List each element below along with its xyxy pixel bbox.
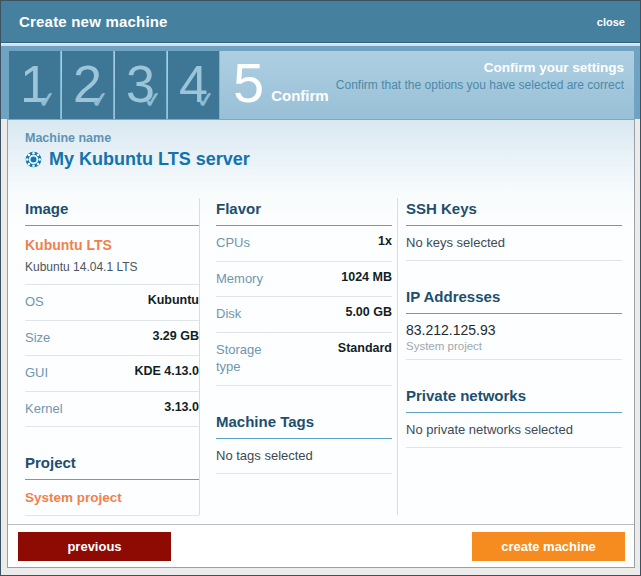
image-row-kernel: Kernel 3.13.0 xyxy=(25,392,199,428)
image-column: Image Kubuntu LTS Kubuntu 14.04.1 LTS OS… xyxy=(25,200,199,516)
row-value: 3.29 GB xyxy=(152,329,199,343)
active-step-number: 5 xyxy=(233,55,264,111)
project-section-title: Project xyxy=(25,454,199,480)
image-row-gui: GUI KDE 4.13.0 xyxy=(25,356,199,392)
confirm-panel: Machine name My Kubuntu LTS server Image… xyxy=(7,119,635,568)
ip-address-project: System project xyxy=(406,340,622,352)
row-value: 1x xyxy=(378,234,392,248)
machine-title-row: My Kubuntu LTS server xyxy=(25,149,250,170)
step-check-icon: ✓ xyxy=(196,87,216,113)
machine-name-label: Machine name xyxy=(25,131,111,145)
image-name: Kubuntu LTS xyxy=(25,237,199,253)
private-networks-section-title: Private networks xyxy=(406,387,622,413)
wizard-step-5-active: 5 Confirm xyxy=(233,51,329,119)
dialog-titlebar: Create new machine close xyxy=(1,1,640,43)
row-label: Storage type xyxy=(216,341,278,376)
row-value: 5.00 GB xyxy=(345,305,392,319)
previous-button[interactable]: previous xyxy=(18,532,171,561)
row-label: GUI xyxy=(25,364,48,382)
create-machine-dialog: Create new machine close 1 ✓ 2 ✓ 3 ✓ 4 ✓ xyxy=(0,0,641,576)
create-machine-button[interactable]: create machine xyxy=(472,532,625,561)
flavor-row-memory: Memory 1024 MB xyxy=(216,262,392,298)
row-value: 1024 MB xyxy=(341,270,392,284)
dialog-footer: previous create machine xyxy=(8,524,634,567)
ssh-keys-empty: No keys selected xyxy=(406,226,622,261)
row-label: CPUs xyxy=(216,234,250,252)
step-check-icon: ✓ xyxy=(143,87,163,113)
flavor-row-storage-type: Storage type Standard xyxy=(216,333,392,386)
flavor-row-cpus: CPUs 1x xyxy=(216,226,392,262)
row-label: Disk xyxy=(216,305,241,323)
wizard-step-4[interactable]: 4 ✓ xyxy=(168,51,220,119)
flavor-row-disk: Disk 5.00 GB xyxy=(216,297,392,333)
step-check-icon: ✓ xyxy=(37,87,57,113)
machine-tags-section-title: Machine Tags xyxy=(216,413,392,439)
network-column: SSH Keys No keys selected IP Addresses 8… xyxy=(406,200,622,448)
wizard-step-2[interactable]: 2 ✓ xyxy=(62,51,114,119)
kubuntu-logo-icon xyxy=(25,151,42,168)
machine-tags-empty: No tags selected xyxy=(216,439,392,474)
row-value: KDE 4.13.0 xyxy=(134,364,199,378)
close-button[interactable]: close xyxy=(597,16,625,28)
image-description: Kubuntu 14.04.1 LTS xyxy=(25,260,199,285)
wizard-step-3[interactable]: 3 ✓ xyxy=(115,51,167,119)
image-row-os: OS Kubuntu xyxy=(25,285,199,321)
step-subheading: Confirm that the options you have select… xyxy=(336,78,624,92)
image-section-title: Image xyxy=(25,200,199,226)
wizard-step-1[interactable]: 1 ✓ xyxy=(9,51,61,119)
row-label: Kernel xyxy=(25,400,63,418)
private-networks-empty: No private networks selected xyxy=(406,413,622,448)
active-step-label: Confirm xyxy=(271,87,329,104)
row-value: Kubuntu xyxy=(148,293,199,307)
column-divider xyxy=(397,198,398,515)
image-row-size: Size 3.29 GB xyxy=(25,321,199,357)
flavor-column: Flavor CPUs 1x Memory 1024 MB Disk 5.00 … xyxy=(216,200,392,474)
ssh-keys-section-title: SSH Keys xyxy=(406,200,622,226)
wizard-step-band: 1 ✓ 2 ✓ 3 ✓ 4 ✓ 5 Confirm Confirm your s… xyxy=(1,46,640,119)
step-check-icon: ✓ xyxy=(90,87,110,113)
project-value: System project xyxy=(25,480,199,516)
flavor-section-title: Flavor xyxy=(216,200,392,226)
ip-address-value: 83.212.125.93 xyxy=(406,322,622,338)
ip-addresses-section-title: IP Addresses xyxy=(406,288,622,314)
wizard-step-bar: 1 ✓ 2 ✓ 3 ✓ 4 ✓ 5 Confirm Confirm your s… xyxy=(9,51,634,119)
row-label: Size xyxy=(25,329,50,347)
row-label: Memory xyxy=(216,270,263,288)
row-label: OS xyxy=(25,293,44,311)
ip-address-item: 83.212.125.93 System project xyxy=(406,314,622,360)
wizard-step-info: Confirm your settings Confirm that the o… xyxy=(336,60,624,92)
dialog-title: Create new machine xyxy=(19,13,168,30)
machine-name-value: My Kubuntu LTS server xyxy=(49,149,250,170)
row-value: 3.13.0 xyxy=(164,400,199,414)
column-divider xyxy=(199,198,200,515)
row-value: Standard xyxy=(338,341,392,355)
step-heading: Confirm your settings xyxy=(336,60,624,75)
